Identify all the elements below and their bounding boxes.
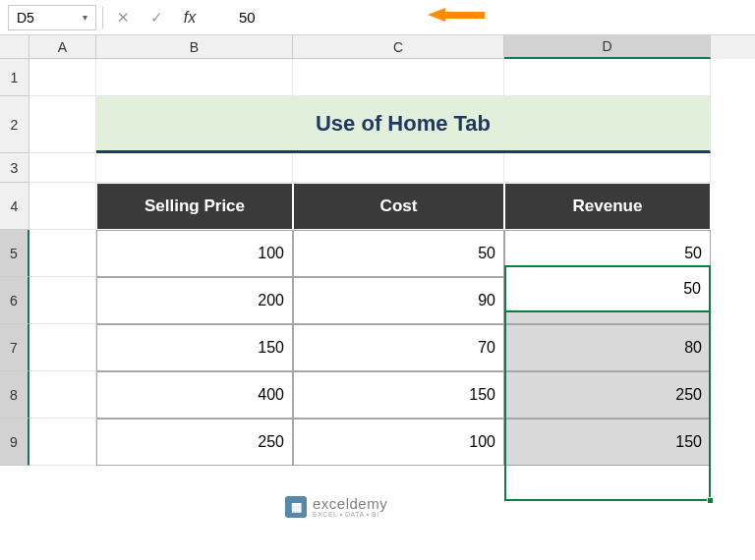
cell-a1[interactable] — [29, 59, 96, 96]
row-3: 3 — [0, 153, 755, 183]
row-header-6[interactable]: 6 — [0, 277, 29, 324]
title-cell[interactable]: Use of Home Tab — [96, 96, 711, 153]
cell-a7[interactable] — [29, 324, 96, 371]
formula-bar: D5 ▾ ✕ ✓ fx — [0, 0, 755, 35]
cell-d1[interactable] — [504, 59, 711, 96]
cell-c8[interactable]: 150 — [293, 371, 504, 419]
cell-b5[interactable]: 100 — [96, 230, 293, 277]
cell-a4[interactable] — [29, 183, 96, 230]
cell-b9[interactable]: 250 — [96, 419, 293, 466]
header-cost[interactable]: Cost — [293, 183, 504, 230]
row-2: 2 Use of Home Tab — [0, 96, 755, 153]
row-4: 4 Selling Price Cost Revenue — [0, 183, 755, 230]
spreadsheet-grid: A B C D 1 2 Use of Home Tab 3 4 Selling … — [0, 35, 755, 466]
cell-a5[interactable] — [29, 230, 96, 277]
cell-a8[interactable] — [29, 371, 96, 419]
row-header-1[interactable]: 1 — [0, 59, 29, 96]
select-all-corner[interactable] — [0, 35, 29, 59]
watermark-main: exceldemy — [313, 496, 387, 511]
cell-d6[interactable]: 110 — [504, 277, 711, 324]
row-5: 5 100 50 50 — [0, 230, 755, 277]
row-header-8[interactable]: 8 — [0, 371, 29, 419]
cell-c3[interactable] — [293, 153, 504, 183]
col-header-a[interactable]: A — [29, 35, 96, 59]
enter-icon[interactable]: ✓ — [143, 5, 170, 30]
watermark: ▦ exceldemy EXCEL • DATA • BI — [285, 496, 387, 518]
divider — [102, 7, 103, 28]
row-header-2[interactable]: 2 — [0, 96, 29, 153]
row-6: 6 200 90 110 — [0, 277, 755, 324]
watermark-text: exceldemy EXCEL • DATA • BI — [313, 496, 387, 518]
cell-d9[interactable]: 150 — [504, 419, 711, 466]
col-header-c[interactable]: C — [293, 35, 504, 59]
cancel-icon[interactable]: ✕ — [109, 5, 137, 30]
col-header-d[interactable]: D — [504, 35, 711, 59]
cell-d7[interactable]: 80 — [504, 324, 711, 371]
fill-handle[interactable] — [707, 497, 714, 504]
row-7: 7 150 70 80 — [0, 324, 755, 371]
column-headers: A B C D — [0, 35, 755, 59]
row-header-9[interactable]: 9 — [0, 419, 29, 466]
col-header-b[interactable]: B — [96, 35, 293, 59]
cell-d8[interactable]: 250 — [504, 371, 711, 419]
row-1: 1 — [0, 59, 755, 96]
cell-a9[interactable] — [29, 419, 96, 466]
cell-b8[interactable]: 400 — [96, 371, 293, 419]
header-revenue[interactable]: Revenue — [504, 183, 711, 230]
cell-a6[interactable] — [29, 277, 96, 324]
name-box[interactable]: D5 ▾ — [8, 5, 96, 30]
cell-a3[interactable] — [29, 153, 96, 183]
chevron-down-icon[interactable]: ▾ — [83, 12, 87, 23]
row-9: 9 250 100 150 — [0, 419, 755, 466]
cell-d5[interactable]: 50 — [504, 230, 711, 277]
cell-a2[interactable] — [29, 96, 96, 153]
fx-icon[interactable]: fx — [176, 5, 203, 30]
arrow-head-icon — [428, 8, 445, 22]
annotation-arrow — [428, 8, 485, 22]
row-8: 8 400 150 250 — [0, 371, 755, 419]
cell-b3[interactable] — [96, 153, 293, 183]
watermark-sub: EXCEL • DATA • BI — [313, 511, 387, 518]
cell-d3[interactable] — [504, 153, 711, 183]
row-header-4[interactable]: 4 — [0, 183, 29, 230]
row-header-5[interactable]: 5 — [0, 230, 29, 277]
header-selling-price[interactable]: Selling Price — [96, 183, 293, 230]
watermark-icon: ▦ — [285, 496, 307, 518]
name-box-value: D5 — [17, 10, 34, 26]
cell-c6[interactable]: 90 — [293, 277, 504, 324]
row-header-3[interactable]: 3 — [0, 153, 29, 183]
cell-c9[interactable]: 100 — [293, 419, 504, 466]
cell-b6[interactable]: 200 — [96, 277, 293, 324]
cell-c7[interactable]: 70 — [293, 324, 504, 371]
cell-c5[interactable]: 50 — [293, 230, 504, 277]
cell-b7[interactable]: 150 — [96, 324, 293, 371]
cell-b1[interactable] — [96, 59, 293, 96]
cell-c1[interactable] — [293, 59, 504, 96]
row-header-7[interactable]: 7 — [0, 324, 29, 371]
arrow-body — [445, 12, 485, 19]
